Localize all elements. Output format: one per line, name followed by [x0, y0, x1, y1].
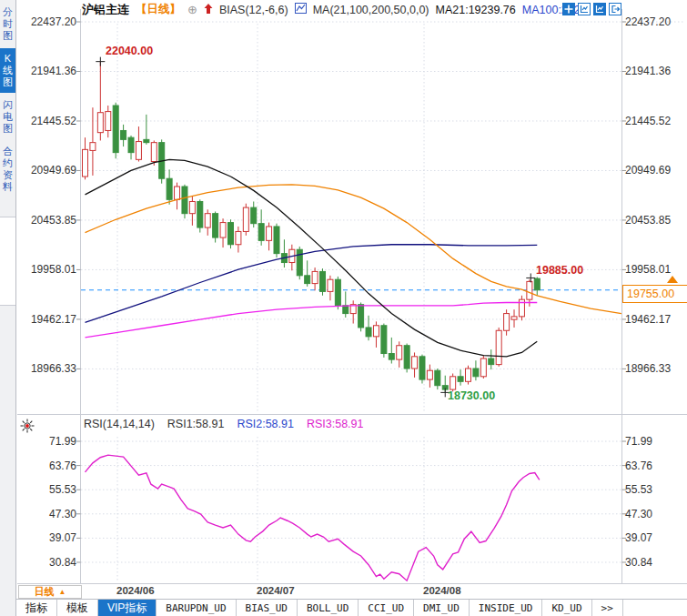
axis-tick-label: 21941.36 [18, 65, 76, 77]
indicator-settings-sun-icon[interactable] [20, 419, 35, 437]
axis-tick-label: 20949.69 [18, 164, 76, 177]
tab-VIP指标[interactable]: VIP指标 [98, 600, 157, 616]
axis-tick-label: 55.53 [18, 483, 76, 496]
chart-surface[interactable] [0, 0, 687, 616]
axis-tick-label: 22437.20 [625, 15, 683, 28]
line-chart-icon[interactable] [295, 3, 307, 16]
axis-tick-label: 39.07 [625, 531, 683, 544]
tab-模板[interactable]: 模板 [57, 600, 98, 616]
rsi3-value: RSI3:58.91 [307, 418, 364, 430]
tab-BARUPDN_UD[interactable]: BARUPDN_UD [157, 600, 236, 616]
axis-tick-label: 47.30 [18, 508, 76, 520]
rsi-params-label[interactable]: RSI(14,14,14) [84, 418, 155, 430]
tab-BIAS_UD[interactable]: BIAS_UD [237, 600, 298, 616]
chart-toolbar [562, 3, 621, 15]
tab-指标[interactable]: 指标 [16, 600, 57, 616]
axis-tick-label: 20453.85 [18, 214, 76, 227]
exit-right-icon[interactable] [609, 3, 621, 15]
bias-indicator-label[interactable]: BIAS(12,-6,6) [219, 4, 288, 16]
ma-indicator-label[interactable]: MA(21,100,200,50,0,0) [313, 4, 429, 16]
axis-tick-label: 20453.85 [625, 214, 683, 227]
axis-tick-label: 30.84 [18, 556, 76, 569]
period-selector[interactable]: 日线 ▲ [18, 585, 82, 599]
high-price-label: 22040.00 [106, 45, 153, 57]
axis-tick-label: 19462.17 [18, 313, 76, 326]
axis-scale-filled-icon[interactable] [593, 3, 606, 15]
axis-tick-label: 19958.01 [18, 263, 76, 276]
candlestick-series [83, 62, 541, 393]
tab-BOLL_UD[interactable]: BOLL_UD [298, 600, 359, 616]
tab-INSIDE_UD[interactable]: INSIDE_UD [470, 600, 543, 616]
axis-tick-label: 55.53 [625, 483, 683, 496]
axis-tick-label: 19462.17 [625, 313, 683, 326]
last-price-badge: 19755.00 [622, 285, 687, 303]
tab-CCI_UD[interactable]: CCI_UD [359, 600, 414, 616]
ma21-value: MA21:19239.76 [436, 4, 516, 16]
axis-tick-label: 20949.69 [625, 164, 683, 177]
symbol-name[interactable]: 沪铝主连 [82, 2, 129, 18]
rsi1-value: RSI1:58.91 [167, 418, 225, 430]
x-axis-month-label: 2024/06 [116, 585, 155, 596]
x-axis-month-label: 2024/07 [257, 585, 295, 596]
axis-tick-label: 18966.33 [18, 362, 76, 375]
app-root: 分 时 图K 线 图闪 电 图合 约 资 料 沪铝主连 【日线】 ⊕ BIAS(… [0, 0, 687, 616]
axis-tick-label: 21941.36 [625, 65, 683, 77]
axis-tick-label: 47.30 [625, 508, 683, 520]
low-price-label: 18730.00 [448, 389, 495, 402]
indicator-tab-bar: 指标模板VIP指标BARUPDN_UDBIAS_UDBOLL_UDCCI_UDD… [16, 599, 687, 616]
axis-tick-label: 71.99 [625, 435, 683, 448]
period-selector-label: 日线 [35, 585, 55, 599]
axis-tick-label: 18966.33 [625, 362, 683, 375]
tab-DMI_UD[interactable]: DMI_UD [414, 600, 470, 616]
axis-tick-label: 22437.20 [18, 15, 76, 28]
red-up-arrow-icon[interactable] [204, 4, 213, 16]
axis-scale-icon[interactable] [578, 3, 591, 15]
link-icon[interactable]: ⊕ [187, 3, 197, 16]
period-tag[interactable]: 【日线】 [136, 2, 181, 17]
axis-tick-label: 71.99 [18, 435, 76, 448]
axis-tick-label: 39.07 [18, 531, 76, 544]
axis-tick-label: 21445.52 [18, 115, 76, 127]
axis-tick-label: 30.84 [625, 556, 683, 569]
chart-header: 沪铝主连 【日线】 ⊕ BIAS(12,-6,6) MA(21,100,200,… [82, 2, 587, 17]
axis-tick-label: 21445.52 [625, 115, 683, 127]
rsi-header: RSI(14,14,14) RSI1:58.91 RSI2:58.91 RSI3… [84, 418, 363, 430]
recent-high-price-label: 19885.00 [536, 264, 583, 277]
x-axis-month-label: 2024/08 [423, 585, 461, 596]
tab-KD_UD[interactable]: KD_UD [542, 600, 591, 616]
rsi2-value: RSI2:58.91 [237, 418, 294, 430]
tab-more[interactable]: >> [592, 600, 623, 616]
crosshair-icon[interactable] [562, 3, 575, 15]
axis-tick-label: 19958.01 [625, 263, 683, 276]
axis-tick-label: 63.76 [18, 459, 76, 472]
chevron-up-icon: ▲ [59, 588, 66, 596]
last-price-arrow-icon [667, 276, 678, 283]
axis-tick-label: 63.76 [625, 459, 683, 472]
